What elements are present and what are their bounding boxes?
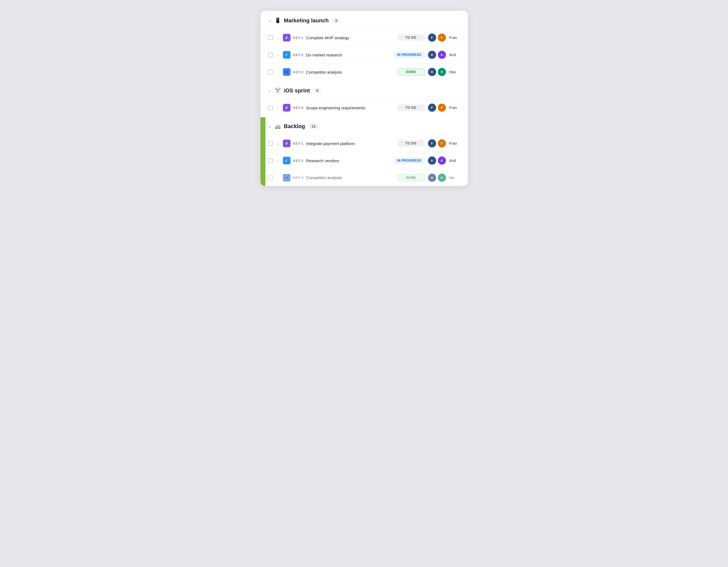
task-row: ⌄ ✓ KEY-2 Do market research IN PROGRESS…	[260, 46, 468, 63]
task-checkbox[interactable]	[268, 105, 273, 110]
green-accent-bar	[260, 117, 265, 186]
status-badge[interactable]: IN PROGRESS	[394, 157, 425, 164]
scissors-icon: ✂️	[274, 87, 281, 94]
avatar: A	[427, 50, 437, 59]
section-collapse-chevron[interactable]: ⌄	[268, 18, 271, 23]
task-key: KEY-2	[293, 53, 304, 57]
status-badge[interactable]: DONE	[397, 68, 425, 76]
lightning-icon: ⚡	[283, 34, 290, 41]
lightning-icon: ⚡	[283, 140, 290, 147]
assignee-name: Fran	[449, 141, 460, 146]
section-backlog: ⌄ 🚐 Backlog 12	[260, 116, 468, 135]
avatar-group: H H	[427, 173, 447, 182]
avatar: F	[427, 33, 437, 42]
task-key: KEY-3	[293, 176, 304, 180]
task-name[interactable]: Do market research	[306, 53, 391, 57]
task-key: KEY-2	[293, 159, 304, 163]
avatar: F	[427, 103, 437, 112]
avatar: H	[437, 173, 447, 182]
truck-icon: 🚐	[274, 123, 281, 130]
assignee-name: And	[449, 53, 460, 57]
lightning-icon: ⚡	[283, 104, 290, 112]
task-row: › ◾ KEY-3 Competitor analysis DONE H H H…	[260, 169, 468, 186]
task-row: › ⚡ KEY-6 Scope engineering requirements…	[260, 99, 468, 116]
row-expand-chevron[interactable]: ⌄	[276, 53, 280, 57]
avatar: H	[427, 173, 437, 182]
task-name[interactable]: Integrate payment platform	[306, 141, 394, 146]
avatar: A	[437, 50, 447, 59]
avatar-group: A A	[427, 50, 447, 59]
puzzle-icon: ◾	[283, 68, 290, 76]
section-collapse-chevron[interactable]: ⌄	[268, 124, 271, 128]
status-badge[interactable]: IN PROGRESS	[394, 52, 425, 58]
avatar: F	[437, 139, 447, 148]
avatar: A	[437, 156, 447, 165]
status-badge[interactable]: TO DO	[397, 104, 425, 111]
section-count: 6	[314, 88, 321, 93]
task-name[interactable]: Complete MVP strategy	[306, 35, 394, 40]
row-expand-chevron[interactable]: ⌄	[276, 159, 280, 163]
task-row: ⌄ ⚡ KEY-1 Complete MVP strategy TO DO F …	[260, 29, 468, 46]
status-badge[interactable]: TO DO	[397, 34, 425, 41]
section-title: Marketing launch	[284, 17, 329, 24]
row-expand-chevron[interactable]: ⌄	[276, 142, 280, 145]
section-title: iOS sprint	[284, 88, 310, 94]
task-key: KEY-3	[293, 70, 304, 74]
avatar: H	[427, 67, 437, 77]
section-title: Backlog	[284, 123, 305, 130]
task-key: KEY-6	[293, 106, 304, 110]
task-key: KEY-1	[293, 36, 304, 40]
task-name[interactable]: Research vendors	[306, 158, 391, 163]
main-card: ⌄ 📱 Marketing launch 3 ⌄ ⚡ KEY-1 Complet…	[260, 11, 468, 186]
task-row: ⌄ ✓ KEY-2 Research vendors IN PROGRESS A…	[260, 152, 468, 169]
section-collapse-chevron[interactable]: ⌄	[268, 88, 271, 93]
check-icon: ✓	[283, 157, 290, 164]
task-checkbox[interactable]	[268, 52, 273, 57]
check-icon: ✓	[283, 51, 290, 59]
status-badge[interactable]: TO DO	[397, 140, 425, 147]
assignee-name: And	[449, 158, 460, 163]
assignee-name: Fran	[449, 35, 460, 40]
task-checkbox[interactable]	[268, 158, 273, 163]
task-name[interactable]: Scope engineering requirements	[306, 106, 394, 110]
avatar: F	[437, 103, 447, 112]
task-checkbox[interactable]	[268, 70, 273, 74]
task-row: ⌄ ⚡ KEY-1 Integrate payment platform TO …	[260, 135, 468, 152]
task-row: › ◾ KEY-3 Competitor analysis DONE H H H…	[260, 63, 468, 80]
avatar-group: A A	[427, 156, 447, 165]
avatar: H	[437, 67, 447, 77]
section-count: 3	[332, 18, 340, 23]
task-checkbox[interactable]	[268, 35, 273, 40]
avatar-group: F F	[427, 103, 447, 112]
avatar-group: H H	[427, 67, 447, 77]
task-checkbox[interactable]	[268, 175, 273, 180]
puzzle-icon: ◾	[283, 174, 290, 182]
avatar-group: F F	[427, 33, 447, 42]
row-expand-chevron[interactable]: ›	[276, 106, 280, 110]
task-name[interactable]: Competitor analysis	[306, 70, 394, 74]
status-badge[interactable]: DONE	[397, 174, 425, 181]
task-name[interactable]: Competitor analysis	[306, 175, 394, 180]
section-count: 12	[309, 124, 318, 129]
avatar-group: F F	[427, 139, 447, 148]
task-checkbox[interactable]	[268, 141, 273, 146]
task-key: KEY-1	[293, 142, 304, 146]
section-ios-sprint: ⌄ ✂️ iOS sprint 6	[260, 80, 468, 99]
avatar: F	[427, 139, 437, 148]
assignee-name: Ha	[449, 176, 460, 180]
assignee-name: Has	[449, 70, 460, 74]
assignee-name: Fran	[449, 106, 460, 110]
phone-icon: 📱	[274, 17, 281, 24]
section-marketing-launch: ⌄ 📱 Marketing launch 3	[260, 11, 468, 29]
row-expand-chevron[interactable]: ⌄	[276, 36, 280, 40]
avatar: F	[437, 33, 447, 42]
avatar: A	[427, 156, 437, 165]
